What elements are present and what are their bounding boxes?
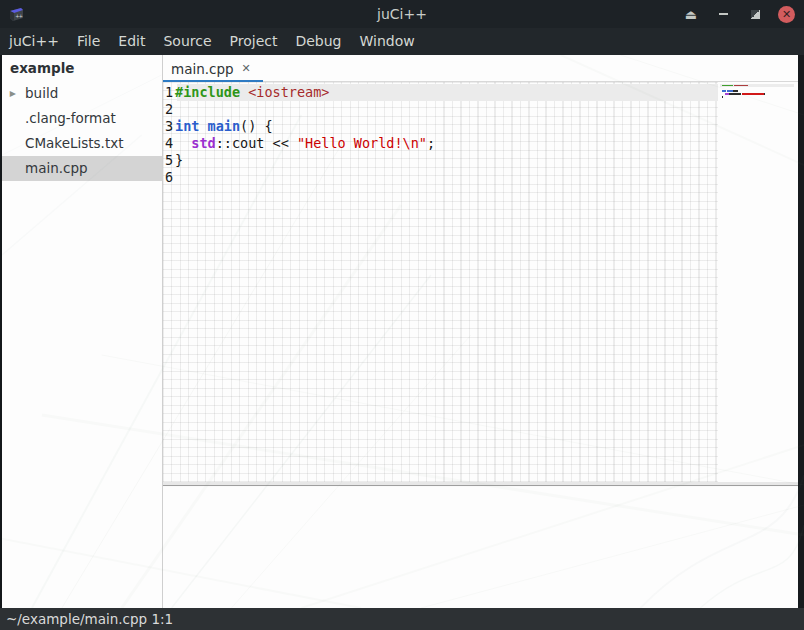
token-plain: ::cout << — [216, 135, 297, 151]
minimize-icon — [719, 13, 728, 15]
token-plain: () { — [240, 118, 273, 134]
status-file-position: ~/example/main.cpp 1:1 — [6, 611, 173, 627]
sidebar-item-label: .clang-format — [25, 110, 116, 126]
line-number: 3 — [163, 118, 175, 135]
code-line-3: 3int main() { — [163, 118, 435, 135]
file-tree-root[interactable]: example — [2, 56, 162, 81]
output-panel[interactable] — [163, 487, 798, 608]
token-plain — [240, 84, 248, 100]
tab-close-icon[interactable]: ✕ — [242, 63, 251, 74]
app-window: ++ juCi++ ⏏ ✕ juCi++FileEditSourceProjec… — [0, 0, 804, 630]
menu-item-project[interactable]: Project — [221, 28, 287, 55]
tab-label: main.cpp — [171, 61, 234, 77]
line-number: 6 — [163, 169, 175, 186]
shade-icon: ⏏ — [685, 8, 697, 21]
code-line-4: 4 std::cout << "Hello World!\n"; — [163, 135, 435, 152]
sidebar-item-label: CMakeLists.txt — [25, 135, 124, 151]
line-number: 5 — [163, 152, 175, 169]
expander-icon[interactable]: ▶ — [10, 84, 16, 104]
menu-item-juci[interactable]: juCi++ — [0, 28, 68, 55]
restore-button[interactable] — [746, 5, 764, 23]
minimap[interactable] — [722, 84, 792, 101]
menu-item-source[interactable]: Source — [154, 28, 220, 55]
sidebar-item-label: build — [25, 85, 58, 101]
token-function: main — [208, 118, 241, 134]
file-tree: example ▶build.clang-formatCMakeLists.tx… — [2, 55, 162, 608]
window-controls: ⏏ ✕ — [682, 0, 804, 28]
line-number: 4 — [163, 135, 175, 152]
line-number: 1 — [163, 84, 175, 101]
token-plain — [199, 118, 207, 134]
menu-item-window[interactable]: Window — [351, 28, 424, 55]
tab-bar: main.cpp✕ — [163, 55, 798, 82]
code-editor[interactable]: 1#include <iostream>23int main() {4 std:… — [163, 82, 798, 482]
sidebar-item-main-cpp[interactable]: main.cpp — [2, 156, 162, 181]
token-namespace: std — [191, 135, 215, 151]
content-area: example ▶build.clang-formatCMakeLists.tx… — [0, 55, 804, 608]
code-lines: 1#include <iostream>23int main() {4 std:… — [163, 84, 435, 186]
sidebar-item-label: main.cpp — [25, 160, 88, 176]
token-preprocessor: #include — [175, 84, 240, 100]
code-line-1: 1#include <iostream> — [163, 84, 435, 101]
shade-button[interactable]: ⏏ — [682, 5, 700, 23]
code-line-2: 2 — [163, 101, 435, 118]
code-line-6: 6 — [163, 169, 435, 186]
close-icon: ✕ — [782, 9, 791, 20]
close-button[interactable]: ✕ — [778, 6, 795, 23]
window-right-border — [798, 55, 804, 608]
title-bar: ++ juCi++ ⏏ ✕ — [0, 0, 804, 28]
menu-item-debug[interactable]: Debug — [286, 28, 350, 55]
sidebar-item-build[interactable]: ▶build — [2, 81, 162, 106]
restore-icon — [751, 10, 760, 19]
token-includepath: <iostream> — [248, 84, 329, 100]
sidebar-item-cmakelists-txt[interactable]: CMakeLists.txt — [2, 131, 162, 156]
line-number: 2 — [163, 101, 175, 118]
token-keyword: int — [175, 118, 199, 134]
token-plain: } — [175, 152, 183, 168]
token-string: "Hello World!\n" — [297, 135, 427, 151]
minimap-line — [722, 98, 792, 101]
sidebar-item-clang-format[interactable]: .clang-format — [2, 106, 162, 131]
tab-main-cpp[interactable]: main.cpp✕ — [163, 55, 263, 82]
menu-item-edit[interactable]: Edit — [109, 28, 154, 55]
menu-item-file[interactable]: File — [68, 28, 109, 55]
minimize-button[interactable] — [714, 5, 732, 23]
menu-bar: juCi++FileEditSourceProjectDebugWindow — [0, 28, 804, 55]
token-plain: ; — [427, 135, 435, 151]
code-line-5: 5} — [163, 152, 435, 169]
token-plain — [175, 135, 191, 151]
status-bar: ~/example/main.cpp 1:1 — [0, 608, 804, 630]
main-area: main.cpp✕ 1#include <iostream>23int main… — [163, 55, 798, 608]
